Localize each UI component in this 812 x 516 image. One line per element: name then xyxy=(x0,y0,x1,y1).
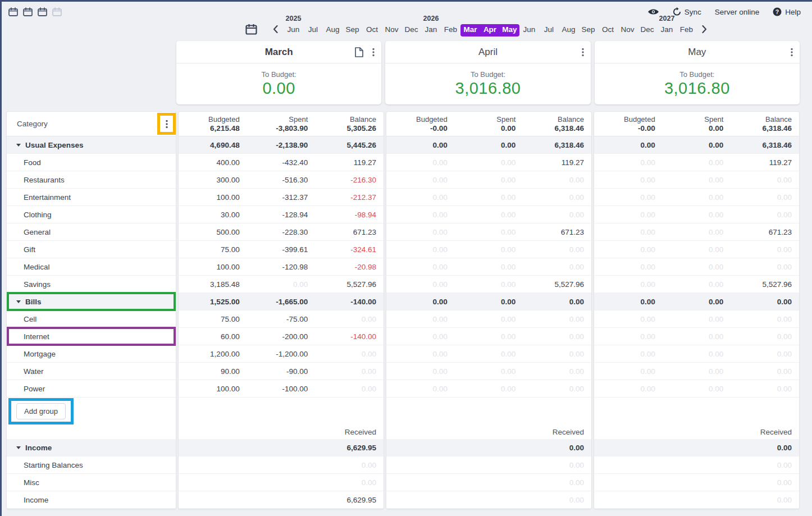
timeline-month-apr-10[interactable]: Apr xyxy=(480,15,500,36)
march-clothing-budgeted[interactable]: 30.00 xyxy=(179,211,247,219)
timeline-month-feb-8[interactable]: Feb xyxy=(441,15,460,36)
march-bills-budgeted[interactable]: 1,525.00 xyxy=(179,298,247,306)
may-internet-balance[interactable]: 0.00 xyxy=(731,332,799,341)
april-gift-balance[interactable]: 0.00 xyxy=(523,245,591,254)
march-internet-spent[interactable]: -200.00 xyxy=(247,332,316,341)
category-name-medical[interactable]: Medical xyxy=(7,258,176,275)
march-internet-budgeted[interactable]: 60.00 xyxy=(179,332,247,341)
march-clothing-balance[interactable]: -98.94 xyxy=(315,211,384,219)
may-power-balance[interactable]: 0.00 xyxy=(731,385,799,393)
may-entertainment-balance[interactable]: 0.00 xyxy=(731,193,799,202)
may-clothing-spent[interactable]: 0.00 xyxy=(663,211,731,219)
march-cell-budgeted[interactable]: 75.00 xyxy=(179,315,247,323)
category-name-mortgage[interactable]: Mortgage xyxy=(7,345,176,362)
sync-button[interactable]: Sync xyxy=(673,7,701,16)
april-savings-spent[interactable]: 0.00 xyxy=(455,280,523,289)
one-month-view-icon[interactable] xyxy=(8,7,18,16)
march-bills-balance[interactable]: -140.00 xyxy=(315,298,384,306)
april-medical-spent[interactable]: 0.00 xyxy=(455,263,523,271)
category-name-entertainment[interactable]: Entertainment xyxy=(7,189,176,206)
may-savings-spent[interactable]: 0.00 xyxy=(663,280,731,289)
april-mortgage-balance[interactable]: 0.00 xyxy=(523,350,591,358)
april-medical-balance[interactable]: 0.00 xyxy=(523,263,591,271)
april-water-balance[interactable]: 0.00 xyxy=(523,367,591,376)
collapse-triangle-icon[interactable] xyxy=(16,144,21,147)
category-name-general[interactable]: General xyxy=(7,223,176,240)
april-gift-budgeted[interactable]: 0.00 xyxy=(386,245,455,254)
march-clothing-spent[interactable]: -128.94 xyxy=(247,211,316,219)
may-income-received[interactable]: 0.00 xyxy=(594,444,799,452)
march-savings-balance[interactable]: 5,527.96 xyxy=(315,280,384,289)
april-income-received[interactable]: 0.00 xyxy=(386,444,591,452)
april-entertainment-balance[interactable]: 0.00 xyxy=(523,193,591,202)
april-water-spent[interactable]: 0.00 xyxy=(455,367,523,376)
timeline-month-oct-4[interactable]: Oct xyxy=(362,15,382,36)
march-entertainment-spent[interactable]: -312.37 xyxy=(247,193,316,202)
timeline-month-sep-3[interactable]: Sep xyxy=(343,15,362,36)
collapse-triangle-icon[interactable] xyxy=(16,446,21,449)
may-savings-budgeted[interactable]: 0.00 xyxy=(594,280,663,289)
may-restaurants-budgeted[interactable]: 0.00 xyxy=(594,176,663,184)
march-mortgage-budgeted[interactable]: 1,200.00 xyxy=(179,350,247,358)
april-bills-spent[interactable]: 0.00 xyxy=(455,298,523,306)
april-clothing-spent[interactable]: 0.00 xyxy=(455,211,523,219)
april-power-spent[interactable]: 0.00 xyxy=(455,385,523,393)
april-misc-received[interactable]: 0.00 xyxy=(386,478,591,487)
march-starting-balances-received[interactable]: 0.00 xyxy=(179,461,384,469)
income-name-income[interactable]: Income xyxy=(7,491,176,508)
march-income-received[interactable]: 6,629.95 xyxy=(179,496,384,504)
april-entertainment-spent[interactable]: 0.00 xyxy=(455,193,523,202)
privacy-eye-icon[interactable] xyxy=(647,8,659,16)
april-entertainment-budgeted[interactable]: 0.00 xyxy=(386,193,455,202)
march-usual-expenses-spent[interactable]: -2,138.90 xyxy=(247,141,316,149)
timeline-month-oct-16[interactable]: Oct xyxy=(598,15,618,36)
may-water-spent[interactable]: 0.00 xyxy=(663,367,731,376)
march-restaurants-budgeted[interactable]: 300.00 xyxy=(179,176,247,184)
income-name-income[interactable]: Income xyxy=(7,439,176,456)
may-power-budgeted[interactable]: 0.00 xyxy=(594,385,663,393)
march-food-balance[interactable]: 119.27 xyxy=(315,158,384,167)
income-name-misc[interactable]: Misc xyxy=(7,474,176,491)
march-mortgage-spent[interactable]: -1,200.00 xyxy=(247,350,316,358)
april-mortgage-spent[interactable]: 0.00 xyxy=(455,350,523,358)
march-medical-spent[interactable]: -120.98 xyxy=(247,263,316,271)
march-restaurants-balance[interactable]: -216.30 xyxy=(315,176,384,184)
may-clothing-balance[interactable]: 0.00 xyxy=(731,211,799,219)
may-income-received[interactable]: 0.00 xyxy=(594,496,799,504)
income-name-starting-balances[interactable]: Starting Balances xyxy=(7,456,176,473)
march-water-balance[interactable]: 0.00 xyxy=(315,367,384,376)
march-general-balance[interactable]: 671.23 xyxy=(315,228,384,236)
to-budget-amount[interactable]: 3,016.80 xyxy=(455,79,521,98)
may-medical-balance[interactable]: 0.00 xyxy=(731,263,799,271)
april-general-budgeted[interactable]: 0.00 xyxy=(386,228,455,236)
april-mortgage-budgeted[interactable]: 0.00 xyxy=(386,350,455,358)
april-usual-expenses-spent[interactable]: 0.00 xyxy=(455,141,523,149)
timeline-month-aug-2[interactable]: Aug xyxy=(323,15,343,36)
may-restaurants-spent[interactable]: 0.00 xyxy=(663,176,731,184)
may-misc-received[interactable]: 0.00 xyxy=(594,478,799,487)
march-gift-budgeted[interactable]: 75.00 xyxy=(179,245,247,254)
march-usual-expenses-budgeted[interactable]: 4,690.48 xyxy=(179,141,247,149)
category-name-gift[interactable]: Gift xyxy=(7,241,176,258)
april-restaurants-budgeted[interactable]: 0.00 xyxy=(386,176,455,184)
april-internet-spent[interactable]: 0.00 xyxy=(455,332,523,341)
march-gift-spent[interactable]: -399.61 xyxy=(247,245,316,254)
help-button[interactable]: ? Help xyxy=(773,7,801,16)
march-income-received[interactable]: 6,629.95 xyxy=(179,444,384,452)
server-status[interactable]: Server online xyxy=(715,8,760,16)
timeline-month-aug-14[interactable]: Aug xyxy=(559,15,578,36)
may-usual-expenses-budgeted[interactable]: 0.00 xyxy=(594,141,663,149)
timeline-month-nov-5[interactable]: Nov xyxy=(382,15,402,36)
april-internet-budgeted[interactable]: 0.00 xyxy=(386,332,455,341)
timeline-month-jul-13[interactable]: Jul xyxy=(539,15,559,36)
timeline-month-feb-20[interactable]: Feb xyxy=(677,15,696,36)
april-usual-expenses-budgeted[interactable]: 0.00 xyxy=(386,141,455,149)
category-menu-icon[interactable] xyxy=(166,120,168,129)
add-group-button[interactable]: Add group xyxy=(16,403,66,419)
march-cell-balance[interactable]: 0.00 xyxy=(315,315,384,323)
group-name-bills[interactable]: Bills xyxy=(7,293,176,310)
timeline-month-sep-15[interactable]: Sep xyxy=(578,15,598,36)
march-water-budgeted[interactable]: 90.00 xyxy=(179,367,247,376)
may-gift-budgeted[interactable]: 0.00 xyxy=(594,245,663,254)
timeline-prev-icon[interactable] xyxy=(267,25,284,36)
